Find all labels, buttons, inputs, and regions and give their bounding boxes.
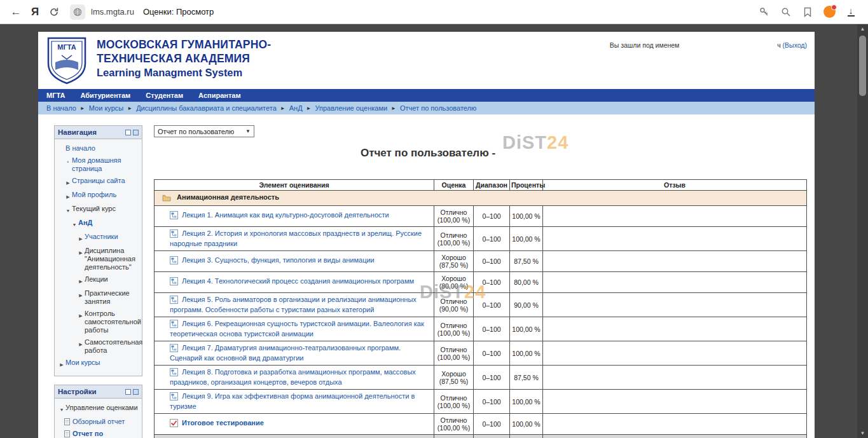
nav-item-label[interactable]: Страницы сайта: [72, 177, 125, 185]
range-cell: 0–100: [474, 435, 510, 438]
nav-item-label[interactable]: В начало: [65, 144, 95, 153]
scroll-up-icon[interactable]: ▲: [857, 26, 868, 32]
nav-item-independent-work[interactable]: ▶ Самостоятельная работа: [57, 336, 140, 357]
collapse-block-icon[interactable]: [125, 389, 131, 395]
nav-item-discipline[interactable]: ▶ Дисциплина "Анимационная деятельность": [57, 245, 140, 273]
breadcrumb-home[interactable]: В начало: [46, 104, 76, 112]
dock-block-icon[interactable]: [133, 389, 139, 395]
back-button[interactable]: ←: [6, 3, 25, 21]
breadcrumb-separator-icon: ►: [391, 106, 396, 111]
grade-item-link[interactable]: Лекция 4. Технологический процесс создан…: [182, 277, 414, 285]
nav-item-label[interactable]: Мой профиль: [72, 191, 116, 199]
report-type-select[interactable]: Отчет по пользователю ▼: [154, 125, 254, 137]
nav-item-course-and[interactable]: ▼ АнД: [57, 217, 140, 231]
feedback-cell: [543, 272, 807, 293]
grade-cell: Отлично (96,38 %): [434, 435, 474, 438]
logout-link[interactable]: (Выход): [783, 41, 807, 49]
feedback-cell: [543, 317, 807, 341]
chevron-right-icon: ▶: [64, 177, 72, 187]
nav-item-label[interactable]: Участники: [85, 233, 118, 241]
site-header: МГТА МОСКОВСКАЯ ГУМАНИТАРНО- ТЕХНИЧЕСКАЯ…: [38, 32, 815, 89]
nav-item-participants[interactable]: ▶ Участники: [57, 231, 140, 245]
menu-item-abiturientam[interactable]: Абитуриентам: [80, 92, 130, 99]
address-bar[interactable]: lms.mgta.ru Оценки: Просмотр: [70, 3, 757, 22]
nav-item-label[interactable]: Мои курсы: [65, 359, 100, 367]
nav-item-site-pages[interactable]: ▶ Страницы сайта: [57, 175, 140, 189]
logged-in-text: Вы зашли под именем: [610, 41, 680, 49]
nav-item-label[interactable]: АнД: [78, 219, 92, 227]
grade-item-link[interactable]: Лекция 8. Подготовка и разработка анимац…: [170, 368, 416, 386]
lesson-icon: [170, 229, 178, 240]
chevron-right-icon: ▶: [77, 289, 85, 299]
nav-item-control[interactable]: ▶ Контроль самостоятельной работы: [57, 308, 140, 336]
grade-item-link[interactable]: Лекция 7. Драматургия анимационно-театра…: [170, 344, 401, 362]
scroll-down-icon[interactable]: ▼: [857, 430, 868, 436]
settings-item-overview-report[interactable]: Обзорный отчет: [57, 416, 140, 428]
grade-item-link[interactable]: Итоговое тестирование: [182, 419, 264, 427]
nav-item-my-home[interactable]: ▪ Моя домашняя страница: [57, 154, 140, 175]
nav-item-label: Текущий курс: [72, 205, 116, 213]
column-header-range: Диапазон: [474, 180, 510, 191]
feedback-cell: [543, 251, 807, 272]
refresh-button[interactable]: [45, 3, 64, 21]
nav-item-lectures[interactable]: ▶ Лекции: [57, 273, 140, 287]
extension-icon[interactable]: [822, 5, 836, 19]
chevron-right-icon: ▶: [64, 191, 72, 201]
breadcrumb-course[interactable]: АнД: [289, 104, 303, 112]
grade-item-link[interactable]: Лекция 1. Анимация как вид культурно-дос…: [182, 211, 389, 219]
chevron-down-icon: ▼: [58, 404, 65, 414]
range-cell: 0–100: [474, 366, 510, 390]
url-text[interactable]: lms.mgta.ru: [91, 7, 134, 17]
settings-item-user-report[interactable]: Отчет по пользователю: [57, 428, 140, 438]
tree-spacer: [58, 144, 65, 146]
percent-cell: 100,00 %: [510, 341, 543, 366]
user-name-redacted: [495, 149, 600, 156]
nav-item-home[interactable]: В начало: [57, 142, 140, 154]
nav-item-current-course[interactable]: ▼ Текущий курс: [57, 203, 140, 217]
grade-item-link[interactable]: Лекция 2. История и хронология массовых …: [170, 229, 422, 247]
chevron-right-icon: ▶: [77, 275, 85, 285]
globe-icon[interactable]: [70, 4, 85, 20]
grade-item-link[interactable]: Лекция 6. Рекреационная сущность туристс…: [170, 320, 424, 338]
nav-item-practice[interactable]: ▶ Практические занятия: [57, 287, 140, 308]
range-cell: 0–100: [474, 251, 510, 272]
download-icon[interactable]: ↓: [844, 5, 858, 19]
key-icon[interactable]: [757, 5, 771, 19]
chevron-down-icon: ▼: [245, 128, 251, 134]
column-header-percent: Проценты: [510, 180, 543, 191]
feedback-cell: [543, 227, 807, 251]
vertical-scrollbar[interactable]: ▲ ▼: [857, 24, 868, 438]
grade-item-link[interactable]: Лекция 3. Сущность, функция, типология и…: [182, 256, 375, 264]
breadcrumb-disciplines[interactable]: Дисциплины бакалавриата и специалитета: [136, 104, 277, 112]
settings-item-label[interactable]: Обзорный отчет: [72, 418, 125, 426]
settings-item-grade-admin[interactable]: ▼ Управление оценками: [57, 402, 140, 416]
menu-item-aspirantam[interactable]: Аспирантам: [198, 92, 240, 99]
nav-item-my-profile[interactable]: ▶ Мой профиль: [57, 189, 140, 203]
column-header-item: Элемент оценивания: [155, 180, 434, 191]
breadcrumb-grade-admin[interactable]: Управление оценками: [315, 104, 388, 112]
nav-item-my-courses[interactable]: ▶ Мои курсы: [57, 357, 140, 371]
dock-block-icon[interactable]: [133, 130, 139, 135]
page-title-text: Оценки: Просмотр: [143, 7, 214, 17]
feedback-cell: [543, 366, 807, 390]
bookmark-flag-icon[interactable]: [801, 5, 815, 19]
scrollbar-thumb[interactable]: [859, 36, 866, 96]
collapse-block-icon[interactable]: [125, 130, 131, 135]
academy-logo: МГТА: [46, 36, 87, 88]
breadcrumb-user-report[interactable]: Отчет по пользователю: [400, 104, 476, 112]
column-header-feedback: Отзыв: [543, 180, 807, 191]
grade-item-link[interactable]: Лекция 9. Игра как эффективная форма ани…: [170, 392, 415, 410]
browser-logo[interactable]: Я: [25, 3, 45, 21]
search-icon[interactable]: [779, 5, 793, 19]
settings-item-label[interactable]: Отчет по пользователю: [72, 430, 139, 438]
breadcrumb-my-courses[interactable]: Мои курсы: [89, 104, 123, 112]
menu-item-studentam[interactable]: Студентам: [146, 92, 183, 99]
grade-item-link[interactable]: Лекция 5. Роль аниматоров в организации …: [170, 296, 417, 313]
folder-icon: [162, 195, 171, 203]
nav-item-label[interactable]: Моя домашняя страница: [72, 156, 139, 173]
settings-block-header: Настройки: [55, 385, 142, 399]
table-header-row: Элемент оценивания Оценка Диапазон Проце…: [155, 180, 807, 191]
percent-cell: 90,00 %: [510, 293, 543, 317]
feedback-cell: [543, 293, 807, 317]
menu-item-mgta[interactable]: МГТА: [46, 92, 65, 99]
